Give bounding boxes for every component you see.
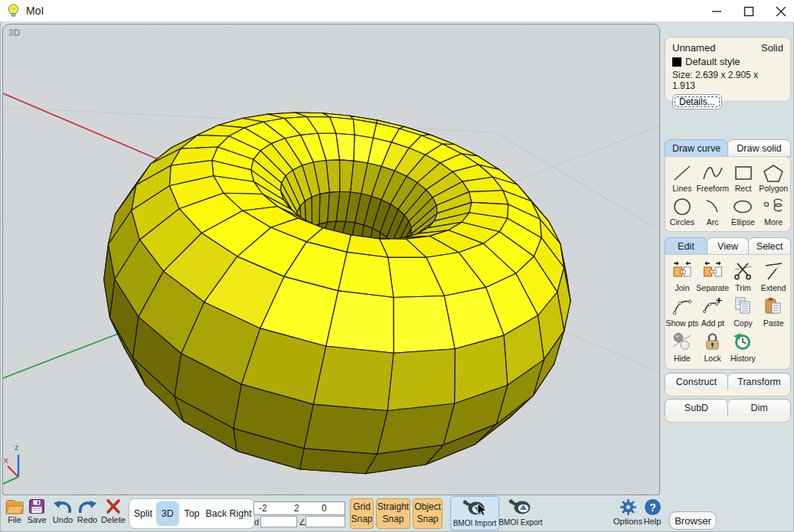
tool-history[interactable]: History xyxy=(728,330,759,363)
bmoi-import-button[interactable]: BMOI Import xyxy=(450,496,499,530)
tool-show-pts[interactable]: Show pts xyxy=(667,295,698,328)
floppy-disk-icon xyxy=(28,498,45,514)
bmoi-import-icon xyxy=(461,497,488,520)
style-color-swatch[interactable] xyxy=(672,57,681,67)
view-3d-button[interactable]: 3D xyxy=(156,501,179,526)
polygon-icon xyxy=(762,163,785,183)
distance-label: d xyxy=(254,517,259,527)
object-properties-panel: Unnamed Solid Default style Size: 2.639 … xyxy=(665,37,791,102)
view-split-button[interactable]: Split xyxy=(132,501,155,526)
coordinate-input[interactable]: -2 2 0 xyxy=(253,501,345,515)
delete-button[interactable]: Delete xyxy=(101,498,126,524)
add-point-icon xyxy=(703,296,723,318)
tool-circles[interactable]: Circles xyxy=(667,195,698,227)
view-buttons-group: Split 3D Top Back Right xyxy=(129,498,255,529)
tool-arc[interactable]: Arc xyxy=(698,195,728,227)
torus-object[interactable] xyxy=(104,113,570,474)
tool-lines[interactable]: Lines xyxy=(667,162,698,193)
tool-more[interactable]: More xyxy=(758,195,789,227)
tool-paste[interactable]: Paste xyxy=(758,295,789,328)
title-bar: MoI xyxy=(0,0,794,22)
close-button[interactable] xyxy=(774,5,788,18)
tab-draw-curve[interactable]: Draw curve xyxy=(665,139,728,157)
subd-panel-edge xyxy=(665,416,791,423)
file-button[interactable]: File xyxy=(3,498,26,524)
minimize-button[interactable] xyxy=(710,5,724,18)
svg-text:?: ? xyxy=(649,501,656,514)
object-snap-button[interactable]: Object Snap xyxy=(413,498,443,529)
details-button[interactable]: Details... xyxy=(672,94,722,109)
freeform-curve-icon xyxy=(701,163,724,183)
tool-freeform[interactable]: Freeform xyxy=(698,162,728,193)
tab-subd[interactable]: SubD xyxy=(665,399,728,416)
undo-button[interactable]: Undo xyxy=(51,498,75,524)
paste-icon xyxy=(763,296,783,318)
axis-triad: zx xyxy=(3,442,19,484)
lock-icon xyxy=(703,331,723,353)
tool-separate[interactable]: Separate xyxy=(698,259,728,292)
tool-join[interactable]: Join xyxy=(667,259,698,292)
browser-button[interactable]: Browser xyxy=(669,511,717,530)
rectangle-icon xyxy=(732,163,755,183)
ellipse-icon xyxy=(731,197,754,217)
coord-z-value: 0 xyxy=(322,503,327,514)
construct-tabset: Construct Transform xyxy=(665,373,791,390)
bmoi-export-icon xyxy=(507,496,534,519)
tab-dim[interactable]: Dim xyxy=(728,399,791,416)
tool-polygon[interactable]: Polygon xyxy=(758,162,789,193)
style-name[interactable]: Default style xyxy=(685,56,740,67)
view-back-button[interactable]: Back xyxy=(204,501,227,526)
tab-edit[interactable]: Edit xyxy=(665,237,707,255)
axis-x-label: x xyxy=(4,455,8,465)
draw-tabset: Draw curve Draw solid xyxy=(665,139,791,157)
moi-bulb-icon xyxy=(7,3,20,19)
tab-transform[interactable]: Transform xyxy=(728,373,791,390)
history-clock-icon xyxy=(733,331,753,353)
delete-x-icon xyxy=(105,498,122,514)
coord-y-value: 2 xyxy=(294,503,299,514)
tool-hide[interactable]: Hide xyxy=(667,330,698,363)
help-button[interactable]: ? Help xyxy=(642,498,663,526)
tab-select[interactable]: Select xyxy=(749,237,791,255)
tab-draw-solid[interactable]: Draw solid xyxy=(728,139,791,157)
tab-construct[interactable]: Construct xyxy=(665,373,728,390)
construct-panel-edge xyxy=(665,390,791,397)
distance-input[interactable] xyxy=(260,516,297,527)
tab-view[interactable]: View xyxy=(707,237,750,255)
view-top-button[interactable]: Top xyxy=(181,501,204,526)
folder-icon xyxy=(5,498,25,514)
object-name[interactable]: Unnamed xyxy=(672,42,715,54)
view-right-button[interactable]: Right xyxy=(229,501,252,526)
show-points-icon xyxy=(672,296,692,318)
redo-button[interactable]: Redo xyxy=(75,498,100,524)
tool-lock[interactable]: Lock xyxy=(698,330,728,363)
angle-input[interactable] xyxy=(306,516,345,527)
bmoi-export-button[interactable]: BMOI Export xyxy=(496,496,545,530)
tool-add-pt[interactable]: Add pt xyxy=(698,295,728,328)
edit-tools-panel: Join Separate xyxy=(665,254,791,370)
arc-icon xyxy=(701,197,724,217)
undo-arrow-icon xyxy=(52,498,74,514)
maximize-button[interactable] xyxy=(742,5,756,18)
options-button[interactable]: Options xyxy=(614,498,642,526)
object-size: Size: 2.639 x 2.905 x 1.913 xyxy=(672,70,783,91)
save-button[interactable]: Save xyxy=(26,498,47,524)
line-icon xyxy=(671,163,694,183)
gear-icon xyxy=(619,498,637,516)
straight-snap-button[interactable]: Straight Snap xyxy=(376,498,410,529)
viewport-3d[interactable]: zx 3D xyxy=(2,24,660,495)
tool-rect[interactable]: Rect xyxy=(728,162,759,193)
edit-tabset: Edit View Select xyxy=(665,237,791,255)
tool-trim[interactable]: Trim xyxy=(728,259,759,292)
object-type[interactable]: Solid xyxy=(761,42,783,54)
redo-arrow-icon xyxy=(77,498,98,514)
help-icon: ? xyxy=(644,498,662,516)
coord-x-value: -2 xyxy=(259,503,267,514)
draw-tools-panel: Lines Freeform Rect Polygon Circles xyxy=(665,156,791,232)
tool-extend[interactable]: Extend xyxy=(758,259,789,292)
more-curves-icon xyxy=(762,197,785,217)
viewport-canvas[interactable]: zx xyxy=(3,24,659,494)
tool-copy[interactable]: Copy xyxy=(728,295,759,328)
grid-snap-button[interactable]: Grid Snap xyxy=(350,498,374,529)
tool-ellipse[interactable]: Ellipse xyxy=(728,195,759,227)
